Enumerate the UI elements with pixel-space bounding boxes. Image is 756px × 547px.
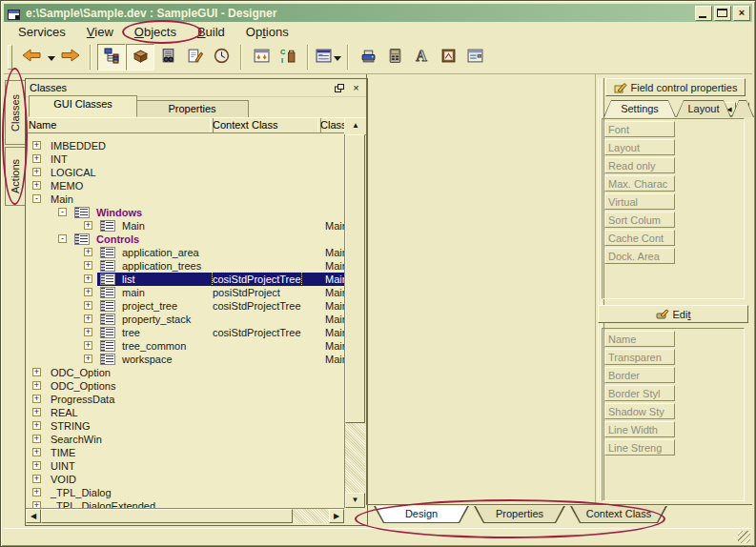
view-tab-context-class[interactable]: Context Class — [570, 506, 667, 523]
expand-icon[interactable]: + — [32, 421, 41, 430]
scroll-right-button[interactable]: ▶ — [329, 509, 344, 523]
resize-grip[interactable] — [738, 531, 750, 543]
class-hierarchy-button[interactable] — [97, 44, 126, 71]
collapse-icon[interactable]: - — [32, 194, 41, 203]
tree-row-_tpl_dialog[interactable]: +_TPL_Dialog — [26, 486, 344, 499]
expand-icon[interactable]: + — [32, 181, 41, 190]
dialog-button[interactable] — [461, 45, 488, 70]
tree-row-property_stack[interactable]: +property_stackMain — [26, 313, 344, 326]
expand-icon[interactable]: + — [32, 408, 41, 416]
style-button-line-streng[interactable]: Line Streng — [604, 439, 675, 456]
classes-tab-gui-classes[interactable]: GUI Classes — [29, 95, 137, 117]
font-button[interactable]: A — [408, 45, 435, 70]
tree-horizontal-scrollbar[interactable]: ◀ ▶ — [26, 508, 344, 523]
forward-button[interactable] — [57, 45, 84, 70]
expand-icon[interactable]: + — [84, 301, 92, 310]
scroll-down-button[interactable]: ▼ — [345, 493, 365, 508]
expand-icon[interactable]: + — [84, 314, 92, 323]
tree-row-tree_common[interactable]: +tree_commonMain — [26, 339, 344, 353]
tree-row-searchwin[interactable]: +SearchWin — [26, 433, 344, 446]
maximize-button[interactable] — [714, 6, 731, 21]
expand-icon[interactable]: + — [32, 381, 41, 390]
style-button-line-width[interactable]: Line Width — [604, 421, 675, 437]
close-panel-button[interactable]: × — [349, 82, 363, 94]
classes-tab-properties[interactable]: Properties — [135, 100, 249, 117]
setting-button-layout[interactable]: Layout — [604, 139, 675, 155]
back-button[interactable] — [18, 45, 45, 70]
printer-button[interactable] — [355, 45, 381, 70]
style-button-shadow-sty[interactable]: Shadow Sty — [604, 403, 675, 419]
tree-row-odc_options[interactable]: +ODC_Options — [26, 379, 344, 393]
form-select-button[interactable] — [315, 45, 341, 70]
tree-row-_tpl_dialogextended[interactable]: +_TPL_DialogExtended — [26, 499, 344, 508]
column-header-context-class[interactable]: Context Class — [210, 117, 321, 133]
collapse-icon[interactable]: - — [58, 234, 67, 243]
properties-tab-settings[interactable]: Settings — [603, 100, 676, 117]
setting-button-virtual[interactable]: Virtual — [604, 193, 675, 210]
tree-row-main[interactable]: +mainposiStdProjectMain — [26, 286, 344, 299]
tree-vertical-scrollbar[interactable]: ▼ — [344, 134, 365, 508]
edit-button[interactable]: Edit — [598, 305, 748, 323]
style-button-border[interactable]: Border — [604, 367, 675, 383]
dock-tab-classes[interactable]: Classes — [5, 80, 26, 145]
package-button[interactable] — [126, 44, 154, 71]
expand-icon[interactable]: + — [32, 448, 41, 456]
menu-services[interactable]: Services — [8, 23, 76, 41]
dock-tab-actions[interactable]: Actions — [5, 147, 26, 206]
tree-row-logical[interactable]: +LOGICAL — [26, 166, 344, 179]
expand-icon[interactable]: + — [32, 154, 41, 163]
expand-icon[interactable]: + — [32, 168, 41, 176]
expand-icon[interactable]: + — [84, 248, 92, 256]
tree-row-imbedded[interactable]: +IMBEDDED — [26, 139, 344, 152]
back-history-caret-button[interactable] — [45, 45, 57, 70]
expand-icon[interactable]: + — [84, 328, 92, 336]
column-header-name[interactable]: Name — [26, 117, 214, 133]
setting-button-max-charac[interactable]: Max. Charac — [604, 175, 675, 192]
menu-view[interactable]: View — [76, 23, 124, 41]
tree-row-uint[interactable]: +UINT — [26, 459, 344, 473]
expand-icon[interactable]: + — [32, 488, 41, 496]
tree-row-windows[interactable]: -Windows — [26, 206, 344, 219]
sort-ascending-button[interactable]: ▲ — [344, 117, 367, 135]
tree-row-application_trees[interactable]: +application_treesMain — [26, 259, 344, 273]
toolbar-grip[interactable] — [8, 45, 12, 70]
class-interface-button[interactable]: CI — [275, 45, 301, 70]
setting-button-cache-cont[interactable]: Cache Cont — [604, 230, 675, 246]
style-button-transparen[interactable]: Transparen — [604, 349, 675, 365]
menu-build[interactable]: Build — [187, 23, 235, 41]
tree-row-int[interactable]: +INT — [26, 152, 344, 166]
tree-row-application_area[interactable]: +application_areaMain — [26, 246, 344, 259]
expand-icon[interactable]: + — [84, 355, 92, 363]
float-panel-button[interactable] — [332, 82, 346, 94]
style-button-name[interactable]: Name — [604, 331, 675, 347]
collapse-icon[interactable]: - — [58, 208, 67, 216]
tree-row-memo[interactable]: +MEMO — [26, 179, 344, 192]
menu-objects[interactable]: Objects — [124, 23, 187, 41]
view-tab-properties[interactable]: Properties — [474, 506, 565, 523]
scroll-left-button[interactable]: ◀ — [26, 509, 41, 523]
expand-icon[interactable]: + — [84, 221, 92, 230]
expand-icon[interactable]: + — [32, 461, 41, 470]
tree-row-project_tree[interactable]: +project_treecosiStdProjectTreeMain — [26, 299, 344, 313]
tree-row-tree[interactable]: +treecosiStdProjectTreeMain — [26, 326, 344, 339]
setting-button-sort-colum[interactable]: Sort Colum — [604, 212, 675, 228]
vertical-scroll-thumb[interactable] — [345, 134, 365, 423]
setting-button-dock-area[interactable]: Dock. Area — [604, 248, 675, 264]
tree-row-main[interactable]: -Main — [26, 192, 344, 206]
tree-row-controls[interactable]: -Controls — [26, 233, 344, 246]
expand-icon[interactable]: + — [84, 288, 92, 296]
tree-row-main[interactable]: +MainMain — [26, 219, 344, 233]
expand-icon[interactable]: + — [84, 341, 92, 350]
import-window-button[interactable] — [248, 45, 275, 70]
tree-row-list[interactable]: +listcosiStdProjectTreeMain — [26, 273, 344, 286]
properties-tab-layout[interactable]: Layout — [676, 100, 731, 117]
expand-icon[interactable]: + — [84, 274, 92, 283]
clock-button[interactable] — [208, 45, 235, 70]
horizontal-scroll-thumb[interactable] — [41, 509, 293, 523]
expand-icon[interactable]: + — [32, 501, 41, 508]
tree-row-real[interactable]: +REAL — [26, 406, 344, 419]
tree-row-odc_option[interactable]: +ODC_Option — [26, 366, 344, 379]
expand-icon[interactable]: + — [32, 395, 41, 403]
setting-button-read-only[interactable]: Read only — [604, 157, 675, 173]
field-control-properties-button[interactable]: Field control properties — [605, 78, 746, 96]
